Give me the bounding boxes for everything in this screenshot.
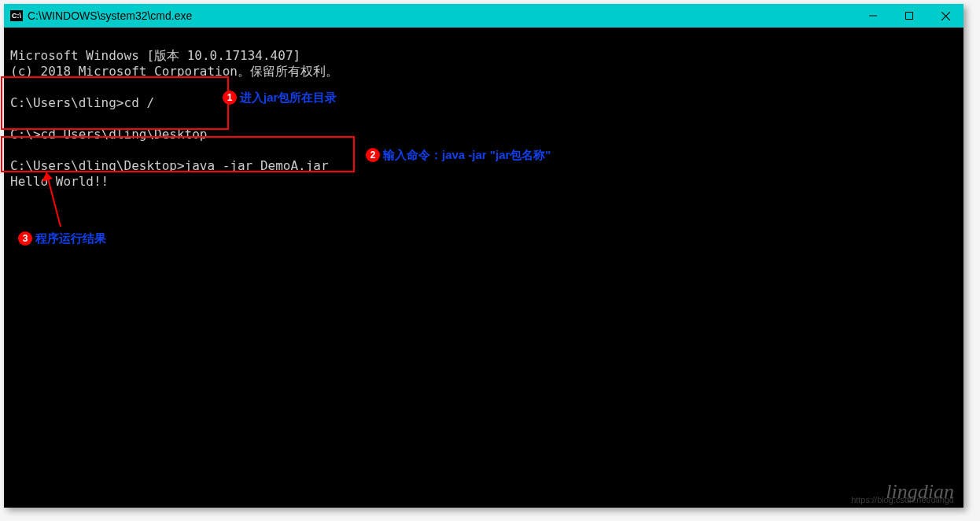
close-button[interactable] — [927, 4, 963, 28]
annotation-2: 2 输入命令：java -jar "jar包名称" — [366, 147, 551, 163]
terminal-line: (c) 2018 Microsoft Corporation。保留所有权利。 — [10, 64, 338, 79]
svg-rect-1 — [906, 13, 913, 20]
terminal-body[interactable]: Microsoft Windows [版本 10.0.17134.407] (c… — [4, 28, 963, 508]
cmd-icon: C:\ — [10, 10, 23, 21]
annotation-3-text: 程序运行结果 — [35, 231, 106, 246]
maximize-button[interactable] — [891, 4, 927, 28]
annotation-1: 1 进入jar包所在目录 — [223, 90, 337, 105]
badge-3: 3 — [18, 231, 32, 246]
terminal-line: Microsoft Windows [版本 10.0.17134.407] — [10, 48, 300, 63]
annotation-2-text: 输入命令：java -jar "jar包名称" — [383, 147, 551, 163]
watermark-url: https://blog.csdn.net/dlingd — [851, 492, 954, 508]
badge-1: 1 — [223, 91, 237, 105]
badge-2: 2 — [366, 148, 380, 162]
annotation-3: 3 程序运行结果 — [18, 231, 106, 246]
terminal-line: C:\Users\dling\Desktop>java -jar DemoA.j… — [10, 158, 329, 173]
annotation-1-text: 进入jar包所在目录 — [240, 90, 337, 105]
terminal-line: C:\Users\dling>cd / — [10, 95, 154, 110]
titlebar[interactable]: C:\ C:\WINDOWS\system32\cmd.exe — [4, 4, 963, 28]
window-title: C:\WINDOWS\system32\cmd.exe — [28, 9, 192, 22]
cmd-window: C:\ C:\WINDOWS\system32\cmd.exe Microsof… — [4, 4, 963, 508]
window-controls — [855, 4, 963, 28]
terminal-line: C:\>cd Users\dling\Desktop — [10, 127, 207, 142]
minimize-button[interactable] — [855, 4, 891, 28]
terminal-line: Hello World!! — [10, 174, 109, 189]
